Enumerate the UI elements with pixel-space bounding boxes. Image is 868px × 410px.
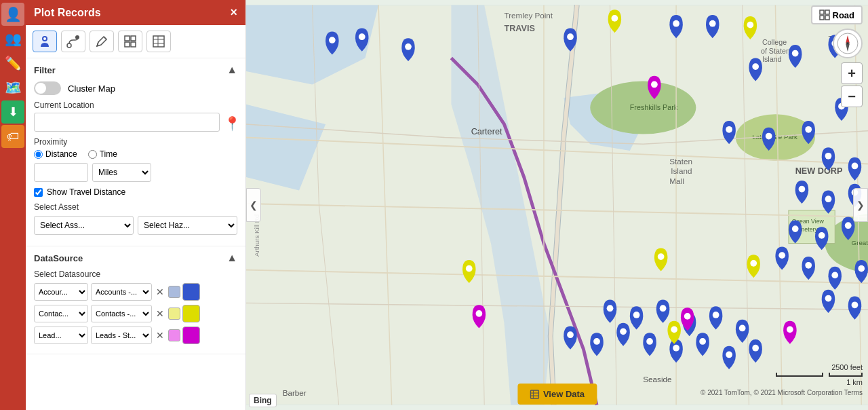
- location-input[interactable]: [34, 113, 220, 132]
- svg-point-93: [660, 305, 667, 312]
- svg-point-117: [671, 327, 677, 333]
- current-location-label: Current Location: [34, 100, 237, 110]
- route-button[interactable]: [61, 31, 85, 52]
- map-nav-left[interactable]: ❮: [246, 188, 261, 222]
- svg-point-86: [825, 295, 832, 302]
- svg-point-38: [405, 43, 412, 50]
- toggle-knob: [35, 83, 46, 94]
- proximity-label: Proximity: [34, 137, 237, 147]
- zoom-in-button[interactable]: +: [841, 62, 863, 84]
- distance-radio[interactable]: [34, 150, 43, 159]
- zoom-out-button[interactable]: −: [841, 86, 863, 107]
- location-pin-icon[interactable]: 📍: [224, 115, 237, 129]
- panel-title: Plot Records: [34, 7, 101, 19]
- sidebar-icon-map[interactable]: 🗺️: [1, 76, 24, 99]
- travel-distance-label[interactable]: Show Travel Distance: [34, 187, 237, 197]
- svg-text:College: College: [762, 38, 787, 46]
- asset-type-select[interactable]: Select Ass...: [34, 216, 134, 235]
- svg-point-83: [858, 265, 865, 272]
- distance-input[interactable]: [34, 163, 88, 182]
- filter-collapse-icon: ▲: [226, 64, 237, 76]
- ds-color-light-3[interactable]: [168, 329, 180, 341]
- cluster-map-toggle[interactable]: [34, 81, 61, 95]
- svg-point-36: [329, 37, 336, 43]
- svg-point-102: [699, 338, 706, 345]
- layers-button[interactable]: [118, 31, 142, 52]
- ds-type-select-2[interactable]: Contac...: [34, 305, 88, 322]
- datasource-collapse-icon: ▲: [226, 252, 237, 264]
- proximity-group: Proximity Distance Time Miles Kilometers: [34, 137, 237, 182]
- svg-text:Seaside: Seaside: [643, 375, 671, 384]
- svg-point-116: [750, 260, 757, 267]
- datasource-header[interactable]: DataSource ▲: [34, 252, 237, 264]
- draw-button[interactable]: [90, 31, 114, 52]
- time-radio[interactable]: [88, 150, 97, 159]
- svg-point-115: [658, 253, 665, 260]
- ds-sub-select-1[interactable]: Accounts -...: [91, 283, 152, 301]
- select-datasource-label: Select Datasource: [34, 269, 237, 279]
- distance-row: Miles Kilometers: [34, 163, 237, 182]
- svg-point-59: [852, 163, 859, 170]
- distance-label: Distance: [45, 149, 77, 159]
- map-type-label: Road: [833, 10, 855, 20]
- ds-type-select-1[interactable]: Accour...: [34, 283, 88, 301]
- proximity-row: Distance Time: [34, 149, 237, 159]
- svg-point-119: [684, 313, 691, 320]
- ds-color-3[interactable]: [182, 327, 200, 344]
- ds-color-light-2[interactable]: [168, 308, 180, 320]
- table-button[interactable]: [146, 31, 171, 52]
- svg-point-1: [43, 37, 46, 40]
- ds-sub-select-3[interactable]: Leads - St...: [91, 327, 152, 344]
- ds-color-light-1[interactable]: [168, 286, 180, 298]
- sidebar-icon-download[interactable]: ⬇: [1, 100, 24, 124]
- map-type-button[interactable]: Road: [811, 5, 863, 24]
- map-nav-right[interactable]: ❯: [853, 188, 868, 222]
- sidebar-icon-edit[interactable]: ✏️: [1, 52, 24, 75]
- map-top-right-controls: Road + −: [811, 5, 863, 107]
- filter-header[interactable]: Filter ▲: [34, 64, 237, 76]
- ds-type-select-3[interactable]: Lead...: [34, 327, 88, 344]
- ds-remove-3[interactable]: ✕: [155, 330, 165, 341]
- svg-point-97: [567, 331, 574, 338]
- svg-point-96: [739, 325, 746, 332]
- person-pin-button[interactable]: [33, 31, 57, 52]
- svg-text:Island: Island: [671, 166, 692, 175]
- plot-records-panel: Plot Records ×: [26, 0, 246, 410]
- ds-remove-1[interactable]: ✕: [155, 286, 165, 297]
- map-container[interactable]: Freshkills Park Latourette Park Great Ki…: [246, 0, 868, 410]
- svg-text:Barber: Barber: [283, 388, 307, 397]
- svg-rect-131: [530, 390, 538, 398]
- svg-point-130: [846, 42, 849, 45]
- svg-point-67: [825, 195, 832, 202]
- map-type-icon: [819, 10, 830, 20]
- compass[interactable]: [833, 29, 863, 58]
- ds-sub-select-2[interactable]: Contacts -...: [91, 305, 152, 322]
- svg-text:TRAVIS: TRAVIS: [504, 24, 535, 33]
- sidebar-icon-group[interactable]: 👥: [1, 27, 24, 50]
- datasource-row-contacts: Contac... Contacts -... ✕: [34, 305, 237, 322]
- ds-color-2[interactable]: [182, 305, 200, 322]
- panel-header: Plot Records ×: [26, 0, 245, 25]
- svg-point-58: [825, 153, 832, 160]
- svg-rect-7: [131, 42, 136, 47]
- svg-point-42: [752, 63, 759, 70]
- sidebar-icon-person[interactable]: 👤: [1, 3, 24, 26]
- zoom-controls: + −: [841, 62, 863, 107]
- svg-point-121: [787, 327, 793, 333]
- draw-icon: [95, 35, 108, 48]
- svg-rect-4: [125, 36, 130, 41]
- svg-point-100: [646, 338, 653, 345]
- svg-rect-124: [825, 10, 829, 14]
- ds-remove-2[interactable]: ✕: [155, 308, 165, 319]
- ds-color-1[interactable]: [182, 283, 200, 301]
- distance-unit-select[interactable]: Miles Kilometers: [92, 163, 151, 182]
- svg-point-81: [805, 262, 812, 269]
- close-button[interactable]: ×: [230, 5, 237, 20]
- travel-distance-checkbox[interactable]: [34, 188, 43, 197]
- view-data-button[interactable]: View Data: [517, 384, 597, 405]
- asset-hazard-select[interactable]: Select Haz...: [138, 216, 237, 235]
- time-radio-label[interactable]: Time: [88, 149, 117, 159]
- sidebar-icon-tag[interactable]: 🏷: [1, 125, 24, 148]
- distance-radio-label[interactable]: Distance: [34, 149, 77, 159]
- svg-point-92: [633, 312, 640, 318]
